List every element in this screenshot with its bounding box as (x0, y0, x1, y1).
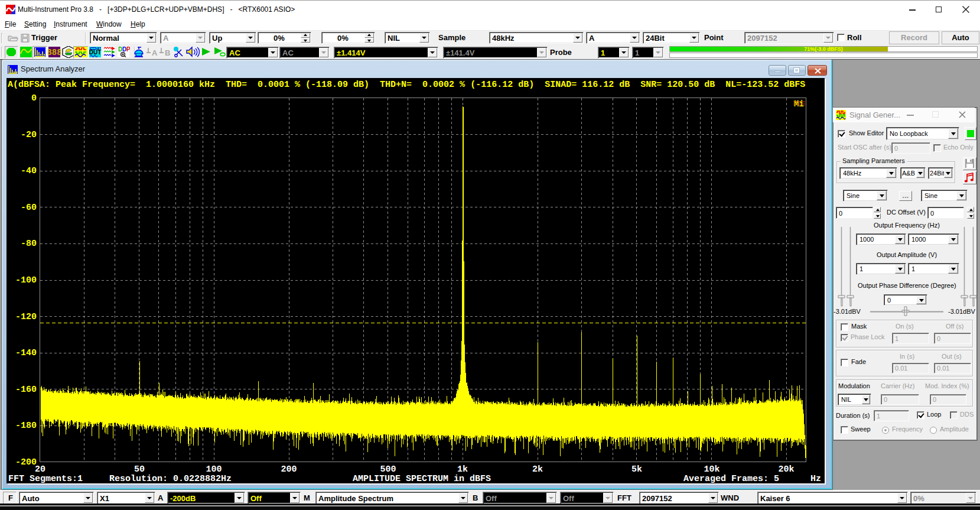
svg-text:P: P (126, 46, 130, 53)
svg-text:Mi: Mi (794, 99, 804, 109)
svg-text:A: A (152, 48, 158, 57)
svg-text:DUT: DUT (89, 49, 102, 56)
svg-text:B: B (165, 48, 170, 57)
svg-text:888: 888 (48, 48, 61, 57)
